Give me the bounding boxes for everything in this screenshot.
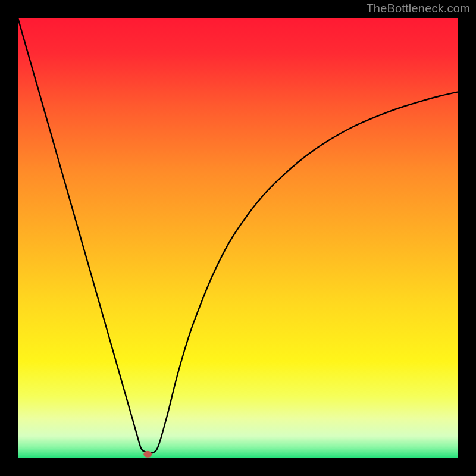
bottleneck-chart — [18, 18, 458, 458]
chart-frame: TheBottleneck.com — [0, 0, 476, 476]
watermark-text: TheBottleneck.com — [366, 2, 470, 15]
gradient-background — [18, 18, 458, 458]
optimal-point-marker — [143, 451, 152, 458]
